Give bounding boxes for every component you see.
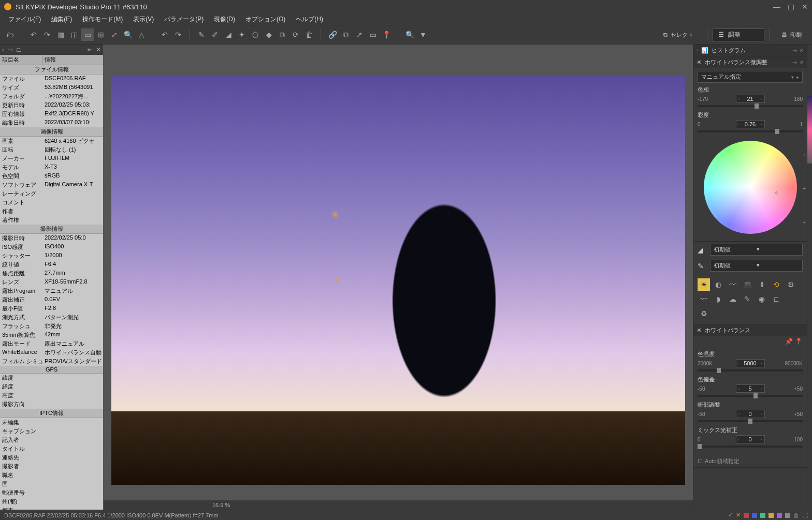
close-icon[interactable]: ✕ (800, 48, 804, 53)
histogram-header[interactable]: › 📊 ヒストグラム ⇥ ✕ (693, 44, 807, 56)
next-icon[interactable]: ↷ (41, 28, 53, 41)
tool-swirl-icon[interactable]: ◉ (756, 293, 768, 305)
tool-cloud-icon[interactable]: ☁ (727, 293, 739, 305)
link-icon[interactable]: 🔗 (326, 28, 339, 41)
tool-shape-icon[interactable]: ◆ (263, 28, 275, 41)
tool-pen-icon[interactable]: ✐ (209, 28, 221, 41)
pin-off-icon[interactable]: 📍 (795, 338, 803, 345)
preset1-dropdown[interactable]: 初期値 ▾ (710, 244, 803, 256)
wb-fine-header[interactable]: ☀ ホワイトバランス微調整 ⇥ ✕ (693, 56, 807, 68)
info-key: WhiteBalance (0, 348, 42, 357)
search-icon[interactable]: 🔍 (403, 28, 416, 41)
arrow-right-icon[interactable]: › (759, 97, 764, 101)
tool-gear-icon[interactable]: ⚙ (785, 278, 797, 291)
zoom-icon[interactable]: 🔍 (122, 28, 134, 41)
mix-slider[interactable] (698, 445, 803, 448)
wb-header[interactable]: ☀ ホワイトバランス (693, 324, 807, 336)
ct-value-input[interactable]: ‹5000› (736, 359, 765, 367)
tool-brush-icon[interactable]: ✎ (195, 28, 208, 41)
menu-option[interactable]: オプション(O) (240, 14, 291, 25)
info-value: Exif2.3(DCF,R98) Y (42, 110, 103, 118)
tool-trash-icon[interactable]: 🗑 (303, 28, 315, 41)
expand-icon[interactable]: ⛶ (802, 512, 808, 518)
tool-rotate-icon[interactable]: ⟳ (289, 28, 302, 41)
marker-icon[interactable]: 📍 (380, 28, 393, 41)
menu-edit[interactable]: 編集(E) (46, 14, 77, 25)
preset2-dropdown[interactable]: 初期値 ▾ (710, 260, 803, 272)
tool-crop-icon[interactable]: ⧉ (276, 28, 288, 41)
tool-color-icon[interactable]: Ⅱ (756, 278, 768, 291)
color-wheel[interactable]: ✧ (704, 141, 797, 234)
copy-icon[interactable]: ⧉ (340, 28, 352, 41)
screen-icon[interactable]: ▭ (367, 28, 379, 41)
wb-mode-dropdown[interactable]: マニュアル指定 ▾ + (698, 71, 803, 83)
tool-crop2-icon[interactable]: ⊏ (770, 293, 782, 305)
arrow-left-icon[interactable]: ‹ (2, 46, 4, 53)
mix-value-input[interactable]: ‹0› (736, 435, 765, 443)
pin-icon[interactable]: ⇥ (792, 60, 796, 65)
menu-file[interactable]: ファイル(F) (3, 14, 46, 25)
arrow-left-icon[interactable]: ‹ (737, 97, 742, 101)
plus-icon[interactable]: + (796, 74, 799, 80)
select-mode-button[interactable]: ⧉ セレクト (655, 29, 702, 41)
menu-param[interactable]: パラメータ(P) (159, 14, 209, 25)
pin-icon[interactable]: 📌 (785, 338, 793, 345)
tool-pen2-icon[interactable]: ✎ (741, 293, 753, 305)
auto-region-checkbox[interactable]: ☐ Auto領域指定 (698, 457, 803, 465)
tool-poly-icon[interactable]: ⬠ (249, 28, 262, 41)
hue-value-input[interactable]: ‹ 21 › (736, 95, 765, 103)
undo-icon[interactable]: ↶ (158, 28, 171, 41)
filter-icon[interactable]: ▼ (417, 28, 429, 41)
close-button[interactable]: ✕ (802, 3, 808, 11)
menu-help[interactable]: ヘルプ(H) (291, 14, 328, 25)
print-button[interactable]: 🖶 印刷 (775, 29, 808, 41)
minimize-button[interactable]: — (773, 3, 780, 11)
fit-icon[interactable]: ⤢ (108, 28, 121, 41)
tool-brush-icon[interactable]: 〰 (698, 293, 710, 305)
menu-view[interactable]: 表示(V) (128, 14, 159, 25)
hue-slider[interactable] (698, 105, 803, 107)
cd-slider[interactable] (698, 395, 803, 397)
redo-icon[interactable]: ↷ (172, 28, 184, 41)
tool-fish-icon[interactable]: ◗ (712, 293, 724, 305)
sat-value-input[interactable]: ‹ 0.76 › (736, 120, 765, 128)
mode-dropdown[interactable]: ☰ 調整 (713, 28, 764, 41)
pin-icon[interactable]: ⇥ (792, 48, 796, 53)
open-folder-icon[interactable]: 🗁 (4, 28, 17, 41)
arrow-right-icon[interactable]: › (759, 122, 764, 127)
menu-mode[interactable]: 操作モード(M) (77, 14, 128, 25)
tool-contrast-icon[interactable]: ◐ (712, 278, 724, 291)
folder-tab-icon[interactable]: 🗀 (16, 46, 22, 53)
color-wheel-marker[interactable]: ✧ (774, 189, 780, 196)
tool-recycle-icon[interactable]: ♻ (698, 307, 710, 320)
trash-icon[interactable]: 🗑 (793, 512, 799, 518)
grid-icon[interactable]: ▦ (54, 28, 67, 41)
tool-curve-icon[interactable]: 〰 (727, 278, 739, 291)
collapse-icon[interactable]: ⇤ (88, 46, 93, 53)
tool-eraser-icon[interactable]: ◢ (222, 28, 235, 41)
close-icon[interactable]: ✕ (800, 60, 804, 65)
tool-reset-icon[interactable]: ⟲ (770, 278, 782, 291)
sat-slider[interactable] (698, 130, 803, 132)
tool-exposure-icon[interactable]: ☀ (698, 278, 710, 291)
info-tab-icon[interactable]: ▭ (7, 46, 13, 53)
dark-slider[interactable] (698, 420, 803, 422)
arrow-left-icon[interactable]: ‹ (737, 122, 742, 127)
maximize-button[interactable]: ▢ (788, 3, 794, 11)
close-panel-icon[interactable]: ✕ (96, 46, 101, 53)
info-value (42, 216, 103, 225)
prev-icon[interactable]: ↶ (27, 28, 40, 41)
cd-value-input[interactable]: ‹5› (736, 384, 765, 393)
ct-slider[interactable] (698, 369, 803, 372)
dark-value-input[interactable]: ‹0› (736, 410, 765, 418)
split-icon[interactable]: ⊞ (95, 28, 107, 41)
single-view-icon[interactable]: ▭ (81, 28, 94, 41)
viewer-canvas[interactable] (104, 44, 693, 500)
warning-icon[interactable]: △ (135, 28, 148, 41)
menu-develop[interactable]: 現像(D) (209, 14, 240, 25)
compare-icon[interactable]: ◫ (68, 28, 80, 41)
tool-wand-icon[interactable]: ✦ (236, 28, 248, 41)
tool-levels-icon[interactable]: ▤ (741, 278, 753, 291)
info-value: F2.8 (42, 304, 103, 313)
export-icon[interactable]: ↗ (353, 28, 366, 41)
